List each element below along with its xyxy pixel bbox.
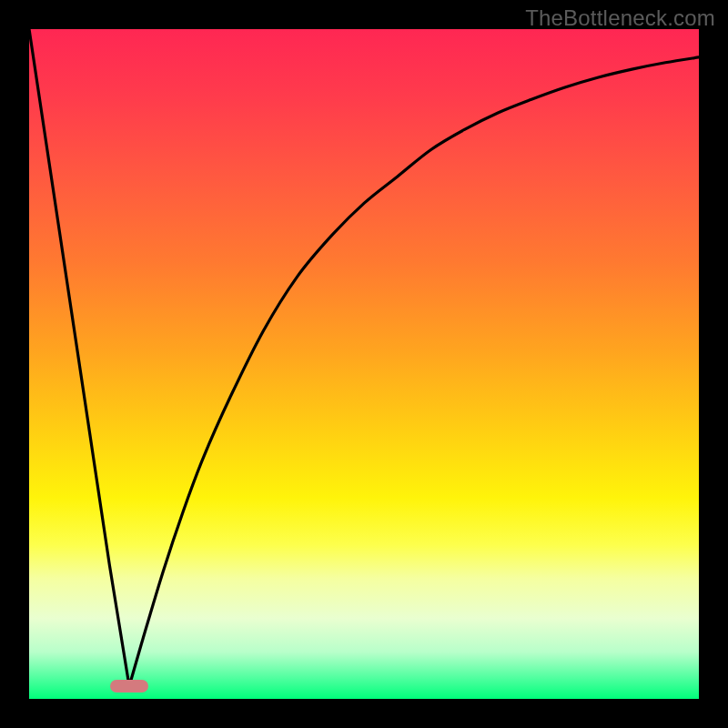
watermark-text: TheBottleneck.com: [525, 5, 715, 31]
vertex-marker: [110, 680, 148, 693]
plot-area: [29, 29, 699, 699]
bottleneck-curve: [29, 29, 699, 686]
curve-layer: [29, 29, 699, 699]
outer-frame: TheBottleneck.com: [0, 0, 728, 728]
